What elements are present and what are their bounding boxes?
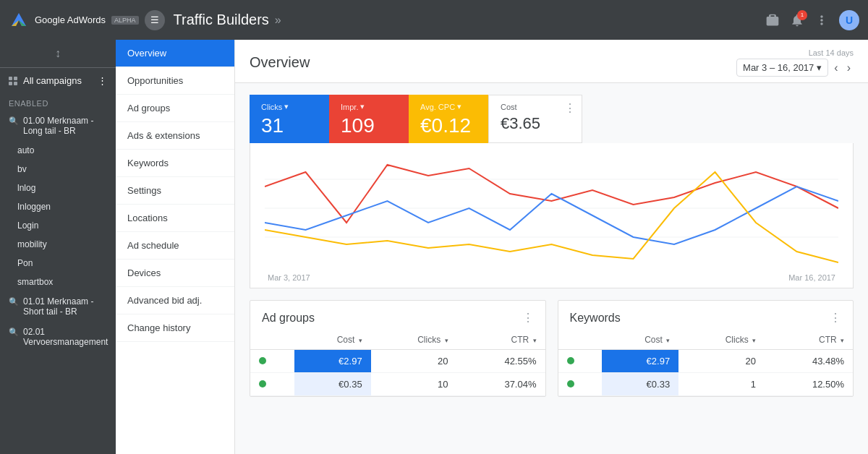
- campaign-item-3[interactable]: 🔍 02.01 Vervoersmanagement: [0, 322, 116, 352]
- kw-clicks-2: 1: [678, 373, 765, 396]
- breadcrumb-chevron-icon: »: [275, 14, 281, 27]
- keywords-col-name: [558, 330, 603, 350]
- app-name: Google AdWords: [35, 14, 106, 25]
- more-campaigns-icon: ⋮: [98, 75, 107, 86]
- keywords-col-ctr[interactable]: CTR ▾: [765, 330, 853, 350]
- content-title: Overview: [250, 54, 310, 71]
- ad-groups-col-ctr[interactable]: CTR ▾: [457, 330, 545, 350]
- keywords-title: Keywords: [570, 312, 621, 325]
- nav-advanced-bid[interactable]: Advanced bid adj.: [116, 287, 234, 314]
- sub-item-smartbox[interactable]: smartbox: [0, 273, 116, 291]
- page-title-area: Traffic Builders »: [174, 12, 765, 28]
- page-title: Traffic Builders: [174, 12, 269, 28]
- kw-ctr-1: 43.48%: [765, 350, 853, 373]
- campaign-label-3: 02.01 Vervoersmanagement: [23, 327, 108, 347]
- kw-cost-2: €0.33: [602, 373, 678, 396]
- collapse-button[interactable]: ↕: [55, 47, 61, 60]
- cost-more-icon[interactable]: ⋮: [564, 101, 576, 115]
- date-next-button[interactable]: ›: [844, 60, 854, 76]
- sub-item-auto[interactable]: auto: [0, 141, 116, 160]
- cost-value: €3.65: [501, 114, 570, 133]
- cpc-arrow-icon: ▾: [457, 102, 461, 111]
- nav-ad-groups[interactable]: Ad groups: [116, 95, 234, 122]
- sub-item-mobility[interactable]: mobility: [0, 235, 116, 254]
- ctr-sort-icon: ▾: [533, 337, 537, 344]
- sub-item-inloggen[interactable]: Inloggen: [0, 197, 116, 216]
- ad-group-clicks-1: 20: [371, 350, 457, 373]
- nav-toggle-button[interactable]: ☰: [145, 10, 165, 30]
- impressions-value: 109: [341, 114, 397, 137]
- nav-ads-extensions[interactable]: Ads & extensions: [116, 122, 234, 150]
- nav-settings[interactable]: Settings: [116, 177, 234, 205]
- avg-cpc-value: €0.12: [420, 114, 477, 137]
- keywords-col-clicks[interactable]: Clicks ▾: [678, 330, 765, 350]
- ad-groups-col-clicks[interactable]: Clicks ▾: [371, 330, 457, 350]
- metric-clicks[interactable]: Clicks ▾ 31: [250, 95, 329, 143]
- chart-date-start: Mar 3, 2017: [268, 273, 310, 282]
- metrics-section: Clicks ▾ 31 Impr. ▾ 109 Avg. CPC ▾: [235, 83, 868, 143]
- sidebar-collapse-section: ↕: [0, 40, 116, 68]
- sub-item-inlog[interactable]: lnlog: [0, 179, 116, 197]
- main-layout: ↕ All campaigns ⋮ Enabled 🔍 01.00 Merkna…: [0, 40, 868, 454]
- campaign-item-1[interactable]: 🔍 01.00 Merknaam - Long tail - BR: [0, 111, 116, 141]
- status-dot: [567, 357, 574, 364]
- header-right-icons: 1 U: [765, 10, 859, 30]
- metrics-row: Clicks ▾ 31 Impr. ▾ 109 Avg. CPC ▾: [250, 95, 854, 143]
- dropdown-icon: ▾: [817, 62, 822, 73]
- metric-cost[interactable]: Cost €3.65 ⋮: [488, 95, 582, 143]
- ad-group-ctr-1: 42.55%: [457, 350, 545, 373]
- ad-groups-panel-header: Ad groups ⋮: [250, 301, 545, 330]
- ad-groups-col-name: [250, 330, 294, 350]
- cost-sort-icon: ▾: [359, 337, 362, 344]
- more-options-button[interactable]: [814, 13, 829, 27]
- nav-devices[interactable]: Devices: [116, 260, 234, 287]
- campaign-search-icon-3: 🔍: [9, 327, 19, 337]
- ad-groups-col-cost[interactable]: Cost ▾: [294, 330, 371, 350]
- sub-item-pon[interactable]: Pon: [0, 254, 116, 273]
- nav-overview[interactable]: Overview: [116, 40, 234, 67]
- cost-label: Cost: [501, 103, 570, 111]
- metric-avg-cpc[interactable]: Avg. CPC ▾ €0.12: [409, 95, 488, 143]
- ad-group-ctr-2: 37.04%: [457, 373, 545, 396]
- clicks-sort-icon: ▾: [445, 337, 448, 344]
- nav-keywords[interactable]: Keywords: [116, 150, 234, 177]
- impressions-label: Impr. ▾: [341, 102, 397, 111]
- sub-item-bv[interactable]: bv: [0, 160, 116, 179]
- date-prev-button[interactable]: ‹: [831, 60, 841, 76]
- nav-ad-schedule[interactable]: Ad schedule: [116, 232, 234, 260]
- nav-locations[interactable]: Locations: [116, 205, 234, 232]
- nav-change-history[interactable]: Change history: [116, 314, 234, 342]
- kw-cost-sort-icon: ▾: [666, 337, 670, 344]
- kw-ctr-sort-icon: ▾: [841, 337, 844, 344]
- nav-opportunities[interactable]: Opportunities: [116, 67, 234, 95]
- all-campaigns-left: All campaigns: [9, 75, 82, 86]
- svg-marker-0: [12, 13, 26, 26]
- metric-impressions[interactable]: Impr. ▾ 109: [329, 95, 409, 143]
- notifications-button[interactable]: 1: [790, 13, 804, 27]
- grid-icon: [9, 77, 17, 85]
- sub-item-login[interactable]: Login: [0, 216, 116, 235]
- date-picker[interactable]: Mar 3 – 16, 2017 ▾: [736, 59, 828, 77]
- keywords-col-cost[interactable]: Cost ▾: [602, 330, 678, 350]
- table-row: €0.35 10 37.04%: [250, 373, 545, 396]
- google-adwords-logo: [9, 10, 29, 30]
- chart-date-end: Mar 16, 2017: [788, 273, 835, 282]
- kw-cost-1: €2.97: [602, 350, 678, 373]
- all-campaigns-item[interactable]: All campaigns ⋮: [0, 68, 116, 93]
- chart-container: Mar 3, 2017 Mar 16, 2017: [250, 143, 854, 288]
- campaign-search-icon-2: 🔍: [9, 297, 19, 307]
- ad-group-clicks-2: 10: [371, 373, 457, 396]
- avatar[interactable]: U: [839, 10, 859, 30]
- date-label: Last 14 days: [809, 48, 854, 57]
- table-row: €0.33 1 12.50%: [558, 373, 854, 396]
- campaign-search-icon: 🔍: [9, 116, 19, 126]
- keywords-more-button[interactable]: ⋮: [830, 311, 841, 325]
- campaign-item-2[interactable]: 🔍 01.01 Merknaam - Short tail - BR: [0, 291, 116, 322]
- alpha-badge: ALPHA: [111, 16, 139, 25]
- ad-group-cost-2: €0.35: [294, 373, 371, 396]
- keywords-panel: Keywords ⋮ Cost ▾ Clicks: [558, 300, 854, 397]
- tools-button[interactable]: [765, 13, 780, 27]
- all-campaigns-label: All campaigns: [23, 75, 82, 86]
- ad-groups-more-button[interactable]: ⋮: [522, 311, 534, 325]
- date-nav: Mar 3 – 16, 2017 ▾ ‹ ›: [736, 59, 854, 77]
